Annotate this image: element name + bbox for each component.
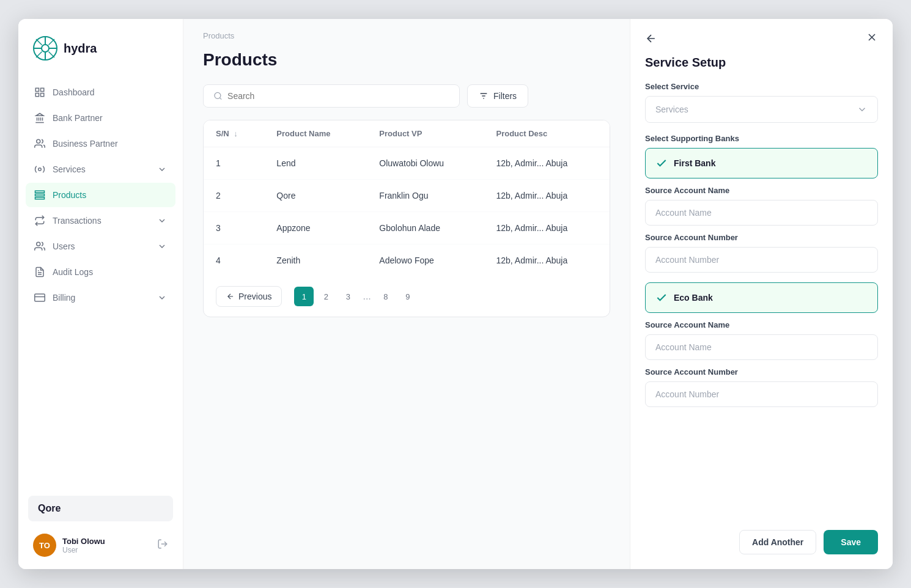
svg-line-32	[219, 98, 221, 100]
save-button[interactable]: Save	[824, 530, 878, 554]
page-num-8[interactable]: 8	[376, 287, 396, 306]
search-input[interactable]	[227, 91, 449, 101]
panel-body: Select Service Services Select Supportin…	[630, 82, 893, 422]
panel-close-button[interactable]	[866, 31, 878, 46]
svg-point-21	[39, 168, 42, 171]
sidebar-item-business-partner[interactable]: Business Partner	[26, 131, 175, 156]
sidebar-item-label: Users	[53, 241, 75, 251]
chevron-down-icon	[157, 241, 167, 251]
filter-icon	[479, 91, 489, 101]
previous-button[interactable]: Previous	[216, 286, 282, 307]
sidebar-item-label: Business Partner	[53, 139, 118, 149]
page-num-2[interactable]: 2	[316, 287, 336, 306]
page-title: Products	[203, 50, 610, 70]
filter-label: Filters	[493, 91, 517, 101]
cell-vp: Oluwatobi Olowu	[367, 147, 484, 180]
cell-vp: Adelowo Fope	[367, 244, 484, 277]
sidebar-item-services[interactable]: Services	[26, 157, 175, 182]
user-role: User	[62, 546, 151, 554]
avatar-initials: TO	[39, 541, 50, 550]
cell-desc: 12b, Admir... Abuja	[484, 244, 610, 277]
sidebar-item-bank-partner[interactable]: Bank Partner	[26, 106, 175, 130]
cell-vp: Gbolohun Alade	[367, 212, 484, 244]
sidebar-item-dashboard[interactable]: Dashboard	[26, 80, 175, 105]
svg-point-25	[37, 242, 40, 246]
eco-bank-account-name-input[interactable]	[645, 334, 878, 360]
table-row[interactable]: 1 Lend Oluwatobi Olowu 12b, Admir... Abu…	[204, 147, 610, 180]
table-row[interactable]: 4 Zenith Adelowo Fope 12b, Admir... Abuj…	[204, 244, 610, 277]
close-icon	[866, 31, 878, 43]
page-num-1[interactable]: 1	[294, 287, 314, 306]
cell-sn: 4	[204, 244, 264, 277]
page-numbers: 123...89	[294, 287, 417, 306]
first-bank-account-number-input[interactable]	[645, 247, 878, 273]
sidebar-item-products[interactable]: Products	[26, 183, 175, 207]
service-select[interactable]: Services	[645, 96, 878, 123]
first-bank-account-name-input[interactable]	[645, 200, 878, 226]
nav: Dashboard Bank Partner Business Partner …	[18, 80, 183, 486]
svg-line-8	[49, 39, 55, 45]
col-product-name[interactable]: Product Name	[264, 120, 367, 147]
eco-bank-account-number-label: Source Account Number	[645, 367, 878, 377]
table-row[interactable]: 3 Appzone Gbolohun Alade 12b, Admir... A…	[204, 212, 610, 244]
sidebar-item-users[interactable]: Users	[26, 234, 175, 259]
chevron-down-icon	[157, 216, 167, 226]
audit-icon	[34, 266, 45, 277]
sidebar-item-billing[interactable]: Billing	[26, 285, 175, 310]
sidebar-bottom: Qore TO Tobi Olowu User	[18, 486, 183, 569]
col-product-vp[interactable]: Product VP	[367, 120, 484, 147]
dashboard-icon	[34, 87, 45, 98]
eco-bank-card[interactable]: Eco Bank	[645, 282, 878, 313]
first-bank-card[interactable]: First Bank	[645, 148, 878, 178]
business-icon	[34, 138, 45, 149]
main-content: Products Products Filters S/N ↓	[183, 19, 630, 569]
table-row[interactable]: 2 Qore Franklin Ogu 12b, Admir... Abuja	[204, 180, 610, 212]
page-num-3[interactable]: 3	[338, 287, 358, 306]
cell-desc: 12b, Admir... Abuja	[484, 147, 610, 180]
breadcrumb: Products	[183, 19, 630, 40]
sidebar-item-label: Dashboard	[53, 87, 95, 97]
sidebar-item-label: Products	[53, 190, 86, 200]
svg-rect-13	[35, 94, 39, 97]
select-service-label: Select Service	[645, 82, 878, 91]
eco-bank-account-number-input[interactable]	[645, 381, 878, 407]
add-another-button[interactable]: Add Another	[739, 530, 816, 554]
svg-point-20	[37, 139, 40, 143]
svg-rect-28	[35, 294, 45, 301]
avatar: TO	[33, 534, 56, 557]
first-bank-account-name-label: Source Account Name	[645, 186, 878, 195]
transactions-icon	[34, 215, 45, 226]
search-box[interactable]	[203, 84, 460, 108]
logout-button[interactable]	[157, 538, 168, 552]
sidebar-item-transactions[interactable]: Transactions	[26, 208, 175, 233]
pagination: Previous 123...89	[204, 276, 610, 317]
chevron-down-icon	[157, 293, 167, 303]
panel-title: Service Setup	[630, 56, 893, 82]
sidebar-item-label: Bank Partner	[53, 113, 103, 123]
sidebar-item-label: Audit Logs	[53, 267, 93, 277]
sidebar-item-label: Services	[53, 164, 86, 174]
cell-desc: 12b, Admir... Abuja	[484, 180, 610, 212]
search-icon	[213, 91, 223, 101]
cell-name: Qore	[264, 180, 367, 212]
panel-back-button[interactable]	[645, 32, 657, 45]
cell-name: Lend	[264, 147, 367, 180]
bank-icon	[34, 112, 45, 123]
svg-point-1	[42, 45, 49, 52]
eco-bank-account-name-field: Source Account Name	[645, 320, 878, 360]
hydra-logo-icon	[33, 36, 57, 61]
filter-button[interactable]: Filters	[467, 84, 528, 108]
org-badge: Qore	[28, 496, 173, 521]
col-product-desc[interactable]: Product Desc	[484, 120, 610, 147]
back-icon	[645, 32, 657, 45]
col-sn[interactable]: S/N ↓	[204, 120, 264, 147]
sort-icon: ↓	[234, 129, 238, 138]
cell-sn: 3	[204, 212, 264, 244]
select-banks-label: Select Supporting Banks	[645, 134, 878, 143]
service-placeholder: Services	[655, 105, 688, 114]
page-header: Products	[183, 40, 630, 84]
sidebar-item-audit-logs[interactable]: Audit Logs	[26, 260, 175, 284]
eco-bank-account-name-label: Source Account Name	[645, 320, 878, 329]
page-num-9[interactable]: 9	[398, 287, 418, 306]
toolbar: Filters	[183, 84, 630, 120]
